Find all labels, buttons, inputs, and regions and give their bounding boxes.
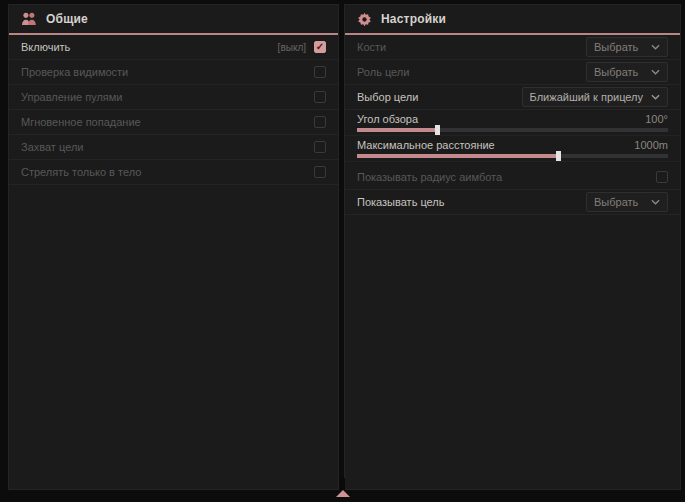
row-bullet-control-label: Управление пулями <box>21 91 123 103</box>
show-target-dropdown-value: Выбрать <box>594 196 638 208</box>
settings-panel-title: Настройки <box>381 12 446 26</box>
settings-panel-header: Настройки <box>345 5 680 33</box>
fov-slider[interactable] <box>357 128 668 132</box>
fov-slider-group: Угол обзора 100° <box>345 110 680 136</box>
chevron-down-icon <box>651 199 660 205</box>
row-body-only-label: Стрелять только в тело <box>21 166 141 178</box>
triangle-up-icon[interactable] <box>336 490 350 497</box>
row-instant-hit[interactable]: Мгновенное попадание <box>9 110 338 135</box>
row-show-target-label: Показывать цель <box>357 196 445 208</box>
row-show-radius-label: Показывать радиус аимбота <box>357 171 502 183</box>
chevron-down-icon <box>651 94 660 100</box>
row-show-radius[interactable]: Показывать радиус аимбота <box>345 165 680 190</box>
row-target-role: Роль цели Выбрать <box>345 60 680 85</box>
row-enable[interactable]: Включить [выкл] ✓ <box>9 35 338 60</box>
bones-dropdown-value: Выбрать <box>594 41 638 53</box>
visibility-check-checkbox[interactable] <box>314 66 326 78</box>
gear-icon <box>357 12 372 27</box>
chevron-down-icon <box>651 69 660 75</box>
general-panel: Общие Включить [выкл] ✓ Проверка видимос… <box>8 4 339 490</box>
max-distance-value: 1000m <box>634 139 668 151</box>
row-visibility-check-label: Проверка видимости <box>21 66 128 78</box>
row-bones: Кости Выбрать <box>345 35 680 60</box>
target-role-dropdown-value: Выбрать <box>594 66 638 78</box>
row-body-only[interactable]: Стрелять только в тело <box>9 160 338 185</box>
row-enable-label: Включить <box>21 41 70 53</box>
enable-checkbox[interactable]: ✓ <box>314 41 326 53</box>
instant-hit-checkbox[interactable] <box>314 116 326 128</box>
target-lock-checkbox[interactable] <box>314 141 326 153</box>
general-panel-title: Общие <box>46 12 88 26</box>
fov-slider-thumb[interactable] <box>435 125 440 135</box>
people-icon <box>21 12 37 26</box>
target-selection-dropdown-value: Ближайший к прицелу <box>530 91 643 103</box>
row-target-selection-label: Выбор цели <box>357 91 418 103</box>
row-enable-state: [выкл] <box>278 42 306 53</box>
show-radius-checkbox[interactable] <box>656 171 668 183</box>
max-distance-slider-thumb[interactable] <box>556 151 561 161</box>
max-distance-label: Максимальное расстояние <box>357 139 495 151</box>
row-instant-hit-label: Мгновенное попадание <box>21 116 141 128</box>
max-distance-slider-fill <box>357 154 559 158</box>
row-target-lock[interactable]: Захват цели <box>9 135 338 160</box>
max-distance-slider[interactable] <box>357 154 668 158</box>
max-distance-slider-group: Максимальное расстояние 1000m <box>345 136 680 162</box>
target-selection-dropdown[interactable]: Ближайший к прицелу <box>522 87 668 107</box>
general-panel-header: Общие <box>9 5 338 33</box>
show-target-dropdown[interactable]: Выбрать <box>586 192 668 212</box>
fov-slider-fill <box>357 128 438 132</box>
settings-panel: Настройки Кости Выбрать Роль цели Выбрат… <box>344 4 681 490</box>
target-role-dropdown[interactable]: Выбрать <box>586 62 668 82</box>
row-show-target: Показывать цель Выбрать <box>345 190 680 215</box>
fov-value: 100° <box>645 113 668 125</box>
row-bullet-control[interactable]: Управление пулями <box>9 85 338 110</box>
bullet-control-checkbox[interactable] <box>314 91 326 103</box>
fov-label: Угол обзора <box>357 113 418 125</box>
row-bones-label: Кости <box>357 41 386 53</box>
chevron-down-icon <box>651 44 660 50</box>
body-only-checkbox[interactable] <box>314 166 326 178</box>
row-visibility-check[interactable]: Проверка видимости <box>9 60 338 85</box>
row-target-lock-label: Захват цели <box>21 141 83 153</box>
bones-dropdown[interactable]: Выбрать <box>586 37 668 57</box>
row-target-selection: Выбор цели Ближайший к прицелу <box>345 85 680 110</box>
row-target-role-label: Роль цели <box>357 66 409 78</box>
